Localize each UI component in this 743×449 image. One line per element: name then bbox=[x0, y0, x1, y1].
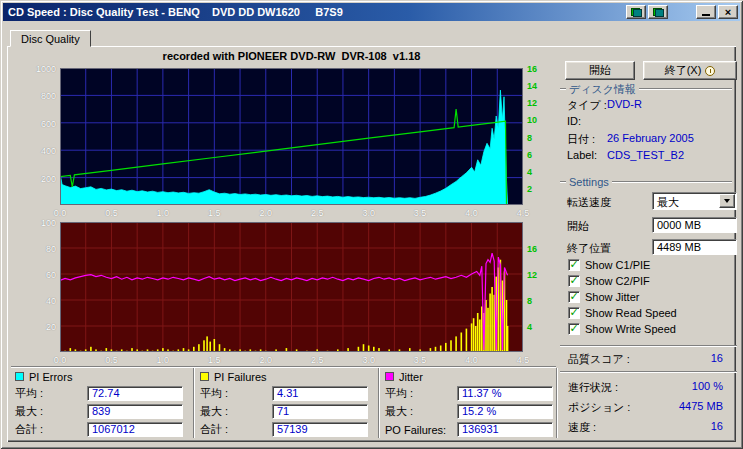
status-divider bbox=[560, 371, 737, 373]
bar bbox=[219, 344, 221, 352]
bar bbox=[491, 287, 493, 352]
checkbox-show-c2-pif[interactable]: ✓ Show C2/PIF bbox=[568, 274, 650, 287]
axis-label: 100 bbox=[18, 218, 56, 228]
clock-icon bbox=[705, 66, 715, 76]
disc-id-label: ID: bbox=[567, 115, 581, 127]
start-position-field[interactable]: 0000 MB bbox=[652, 217, 737, 233]
disc-info-title: ディスク情報 bbox=[569, 82, 636, 97]
axis-label: 8 bbox=[527, 296, 547, 306]
jitter-stats: Jitter 平均 :11.37 % 最大 :15.2 % PO Failure… bbox=[385, 370, 561, 437]
stat-value: 72.74 bbox=[87, 386, 183, 401]
titlebar[interactable]: CD Speed : Disc Quality Test - BENQ DVD … bbox=[3, 3, 740, 21]
bar bbox=[487, 308, 489, 352]
axis-label: 40 bbox=[18, 296, 56, 306]
checkbox-show-c1-pie[interactable]: ✓ Show C1/PIE bbox=[568, 258, 650, 271]
checkbox-box[interactable]: ✓ bbox=[568, 307, 580, 319]
check-icon: ✓ bbox=[569, 275, 578, 285]
check-icon: ✓ bbox=[569, 323, 578, 333]
start-button[interactable]: 開始 bbox=[565, 61, 635, 80]
dropdown-button[interactable] bbox=[719, 194, 735, 208]
titlebar-icon-button-1[interactable] bbox=[626, 5, 646, 19]
axis-label: 400 bbox=[18, 146, 56, 156]
position-value: 4475 MB bbox=[627, 400, 723, 412]
stat-label: 平均 : bbox=[385, 386, 457, 401]
axis-label: 12 bbox=[527, 270, 547, 280]
section-line bbox=[560, 88, 566, 90]
tab-page: recorded with PIONEER DVD-RW DVR-108 v1.… bbox=[7, 46, 736, 442]
tab-disc-quality[interactable]: Disc Quality bbox=[10, 30, 91, 47]
axis-label: 20 bbox=[18, 322, 56, 332]
stat-label: 合計 : bbox=[15, 422, 87, 437]
bar bbox=[363, 344, 365, 352]
axis-label: 3.0 bbox=[357, 355, 381, 365]
stat-value: 71 bbox=[272, 404, 368, 419]
close-icon: × bbox=[725, 6, 731, 18]
axis-label: 1.5 bbox=[202, 208, 226, 218]
axis-label: 4 bbox=[527, 322, 547, 332]
checkbox-box[interactable]: ✓ bbox=[568, 323, 580, 335]
disc-label-label: Label: bbox=[567, 149, 597, 161]
disc-date-label: 日付 : bbox=[567, 132, 595, 147]
checkbox-box[interactable]: ✓ bbox=[568, 275, 580, 287]
exit-button[interactable]: 終了(X) bbox=[643, 61, 737, 80]
axis-label: 16 bbox=[527, 244, 547, 254]
axis-label: 0.0 bbox=[48, 208, 72, 218]
window-title: CD Speed : Disc Quality Test - BENQ DVD … bbox=[3, 6, 624, 18]
disc-label-value: CDS_TEST_B2 bbox=[607, 149, 684, 161]
axis-label: 1.0 bbox=[151, 355, 175, 365]
start-position-label: 開始 bbox=[567, 219, 589, 234]
checkbox-box[interactable]: ✓ bbox=[568, 291, 580, 303]
disc-type-label: タイプ : bbox=[567, 98, 607, 113]
end-position-field[interactable]: 4489 MB bbox=[652, 239, 737, 255]
checkbox-show-write-speed[interactable]: ✓ Show Write Speed bbox=[568, 322, 676, 335]
checkbox-show-read-speed[interactable]: ✓ Show Read Speed bbox=[568, 306, 677, 319]
bar bbox=[466, 329, 468, 352]
axis-label: 8 bbox=[527, 133, 547, 143]
stat-label: 平均 : bbox=[200, 386, 272, 401]
stat-value: 136931 bbox=[457, 422, 553, 437]
axis-label: 3.5 bbox=[408, 355, 432, 365]
bar bbox=[455, 336, 457, 352]
app-window: CD Speed : Disc Quality Test - BENQ DVD … bbox=[0, 0, 743, 449]
titlebar-icon-button-2[interactable] bbox=[648, 5, 668, 19]
chevron-down-icon bbox=[724, 199, 730, 203]
section-line bbox=[612, 181, 732, 183]
bar bbox=[475, 326, 477, 352]
close-button[interactable]: × bbox=[718, 5, 738, 19]
checkbox-box[interactable]: ✓ bbox=[568, 259, 580, 271]
minimize-button[interactable] bbox=[696, 5, 716, 19]
bar bbox=[477, 313, 479, 352]
stats-group-name: PI Errors bbox=[29, 371, 72, 383]
axis-label: 3.5 bbox=[408, 208, 432, 218]
checkbox-show-jitter[interactable]: ✓ Show Jitter bbox=[568, 290, 639, 303]
bar bbox=[206, 336, 208, 352]
stats-group-name: Jitter bbox=[399, 371, 423, 383]
axis-label: 0.0 bbox=[48, 355, 72, 365]
axis-label: 2.0 bbox=[254, 355, 278, 365]
axis-label: 80 bbox=[18, 244, 56, 254]
disc-date-value: 26 February 2005 bbox=[607, 132, 694, 144]
axis-label: 60 bbox=[18, 270, 56, 280]
transfer-speed-dropdown[interactable]: 最大 bbox=[652, 192, 737, 210]
progress-value: 100 % bbox=[627, 380, 723, 392]
bar bbox=[481, 307, 483, 353]
tab-label: Disc Quality bbox=[21, 33, 80, 45]
bar bbox=[507, 326, 509, 352]
quality-divider bbox=[560, 345, 737, 347]
quality-score-value: 16 bbox=[627, 352, 723, 364]
axis-label: 600 bbox=[18, 119, 56, 129]
axis-label: 0.5 bbox=[99, 208, 123, 218]
stats-separator bbox=[193, 368, 195, 438]
pi-errors-swatch-icon bbox=[15, 372, 24, 381]
bar bbox=[461, 333, 463, 353]
axis-label: 0.5 bbox=[99, 355, 123, 365]
axis-label: 1.5 bbox=[202, 355, 226, 365]
titlebar-buttons: × bbox=[624, 5, 740, 19]
speed-label: 速度 : bbox=[568, 420, 596, 435]
stat-value: 1067012 bbox=[87, 422, 183, 437]
section-line bbox=[639, 88, 732, 90]
bar bbox=[479, 320, 481, 353]
stat-label: 最大 : bbox=[200, 404, 272, 419]
bar bbox=[198, 344, 200, 352]
jitter-swatch-icon bbox=[385, 372, 394, 381]
